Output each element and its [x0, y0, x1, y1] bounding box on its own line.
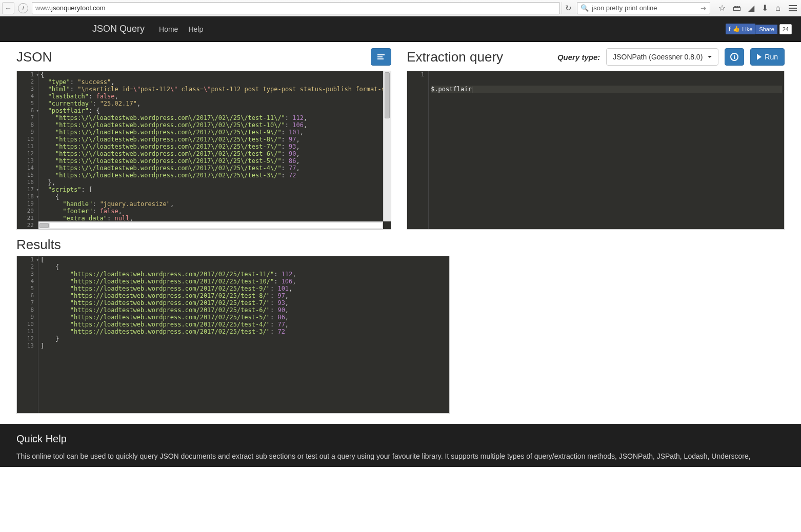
line-number: 15	[17, 172, 38, 179]
line-number: 19	[17, 200, 38, 208]
run-button[interactable]: Run	[750, 48, 785, 66]
code-line: "type": "success",	[41, 78, 389, 86]
code-line: "footer": false,	[41, 208, 389, 215]
query-type-label: Query type:	[557, 53, 600, 62]
query-text: $.postflair	[431, 86, 471, 93]
line-number: 12	[17, 335, 38, 342]
site-info-icon[interactable]: i	[18, 3, 28, 13]
fb-share-label[interactable]: Share	[755, 25, 777, 34]
code-line: "extra_data": null,	[41, 215, 389, 221]
query-editor[interactable]: 1 $.postflair	[407, 71, 785, 230]
query-type-dropdown[interactable]: JSONPath (Goessner 0.8.0)	[606, 48, 718, 66]
code-line: {	[41, 263, 447, 271]
browser-menu-icon[interactable]	[787, 5, 799, 11]
fb-like-label: Like	[742, 26, 752, 32]
query-type-value: JSONPath (Goessner 0.8.0)	[613, 53, 703, 61]
code-line: "https:\/\/loadtestweb.wordpress.com\/20…	[41, 121, 389, 129]
line-number: 20	[17, 208, 38, 215]
query-column: Extraction query Query type: JSONPath (G…	[407, 47, 785, 230]
search-text: json pretty print online	[592, 4, 657, 12]
code-line: "scripts": [	[41, 186, 389, 193]
json-heading: JSON	[16, 49, 52, 65]
fb-like-widget[interactable]: f👍Like Share 24	[726, 24, 792, 35]
json-scrollbar-horizontal[interactable]	[38, 221, 383, 229]
json-editor[interactable]: 12345678910111213141516171819202122 { "t…	[16, 71, 391, 230]
line-number: 22	[17, 222, 38, 229]
code-line: },	[41, 179, 389, 186]
code-line: "https:\/\/loadtestweb.wordpress.com\/20…	[41, 157, 389, 165]
code-line: }	[41, 335, 447, 342]
beautify-button[interactable]	[371, 48, 391, 66]
line-number: 5	[17, 285, 38, 292]
quick-help-text: This online tool can be used to quickly …	[16, 451, 785, 462]
reload-icon[interactable]: ↻	[562, 2, 575, 14]
search-go-icon[interactable]: ➔	[700, 4, 707, 12]
line-number: 7	[17, 299, 38, 306]
code-line: "https://loadtestweb.wordpress.com/2017/…	[41, 328, 447, 335]
quick-help-section: Quick Help This online tool can be used …	[0, 424, 801, 467]
search-icon: 🔍	[580, 4, 589, 12]
line-number: 9	[17, 129, 38, 136]
code-line: "html": "\n<article id=\"post-112\" clas…	[41, 86, 389, 93]
line-number: 2	[17, 78, 38, 86]
results-editor[interactable]: 12345678910111213 [ { "https://loadtestw…	[16, 256, 450, 414]
line-number: 8	[17, 121, 38, 129]
code-line: {	[41, 71, 389, 78]
quick-help-heading: Quick Help	[16, 433, 785, 445]
code-line: "https://loadtestweb.wordpress.com/2017/…	[41, 299, 447, 306]
site-navbar: JSON Query Home Help f👍Like Share 24	[0, 16, 801, 42]
line-number: 14	[17, 165, 38, 172]
code-line: "https:\/\/loadtestweb.wordpress.com\/20…	[41, 172, 389, 179]
site-brand[interactable]: JSON Query	[92, 24, 145, 34]
url-bar[interactable]: www.jsonquerytool.com	[32, 2, 560, 14]
json-scrollbar-vertical[interactable]	[383, 71, 391, 221]
line-number: 1	[17, 71, 38, 78]
main-container: JSON 12345678910111213141516171819202122…	[0, 42, 801, 424]
url-domain: jsonquerytool.com	[51, 4, 106, 12]
home-icon[interactable]: ⌂	[775, 4, 780, 13]
line-number: 21	[17, 215, 38, 222]
beautify-icon	[377, 54, 385, 59]
code-line: {	[41, 193, 389, 200]
json-column: JSON 12345678910111213141516171819202122…	[16, 47, 391, 230]
code-line: "https://loadtestweb.wordpress.com/2017/…	[41, 292, 447, 299]
code-line: "https:\/\/loadtestweb.wordpress.com\/20…	[41, 143, 389, 150]
line-number: 7	[17, 114, 38, 121]
results-section: Results 12345678910111213 [ { "https://l…	[16, 237, 785, 414]
code-line: [	[41, 256, 447, 263]
line-number: 8	[17, 306, 38, 314]
downloads-icon[interactable]: ⬇	[762, 3, 768, 13]
query-line-number: 1	[407, 71, 428, 78]
line-number: 10	[17, 136, 38, 143]
line-number: 13	[17, 157, 38, 165]
nav-home[interactable]: Home	[159, 25, 178, 33]
code-line: "https://loadtestweb.wordpress.com/2017/…	[41, 314, 447, 321]
query-heading: Extraction query	[407, 49, 503, 65]
line-number: 10	[17, 321, 38, 328]
line-number: 18	[17, 193, 38, 200]
url-prefix: www.	[35, 4, 51, 12]
line-number: 2	[17, 263, 38, 271]
line-number: 4	[17, 93, 38, 100]
fb-widgets: f👍Like Share 24	[726, 24, 792, 35]
code-line: ]	[41, 342, 447, 350]
code-line: "https:\/\/loadtestweb.wordpress.com\/20…	[41, 150, 389, 157]
page-viewport: JSON Query Home Help f👍Like Share 24 JSO…	[0, 16, 801, 532]
results-heading: Results	[16, 237, 61, 253]
line-number: 16	[17, 179, 38, 186]
code-line: "lastbatch": false,	[41, 93, 389, 100]
browser-tool-icons: ☆ 🗃 ◢ ⬇ ⌂	[712, 3, 785, 13]
code-line: "https://loadtestweb.wordpress.com/2017/…	[41, 306, 447, 314]
browser-back-button[interactable]: ←	[2, 2, 14, 14]
query-info-button[interactable]: i	[725, 48, 744, 66]
bookmark-star-icon[interactable]: ☆	[718, 3, 726, 13]
nav-help[interactable]: Help	[188, 25, 203, 33]
caret-down-icon	[708, 56, 712, 58]
pocket-icon[interactable]: ◢	[748, 3, 754, 13]
library-icon[interactable]: 🗃	[733, 4, 741, 13]
browser-search[interactable]: 🔍 json pretty print online ➔	[577, 2, 710, 14]
code-line: "https://loadtestweb.wordpress.com/2017/…	[41, 278, 447, 285]
line-number: 3	[17, 86, 38, 93]
code-line: "https://loadtestweb.wordpress.com/2017/…	[41, 285, 447, 292]
info-icon: i	[730, 53, 738, 61]
